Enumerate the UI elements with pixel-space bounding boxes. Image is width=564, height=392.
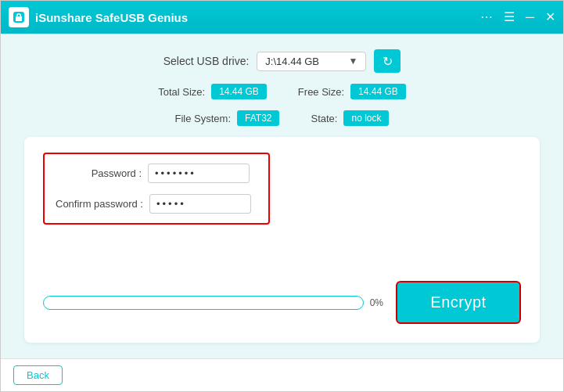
total-size-item: Total Size: 14.44 GB	[158, 84, 267, 99]
confirm-password-input[interactable]	[149, 194, 251, 214]
main-content: Select USB drive: J:\14.44 GB ▼ ↻ Total …	[1, 34, 563, 358]
share-icon[interactable]: ⋯	[480, 11, 493, 23]
usb-select-row: Select USB drive: J:\14.44 GB ▼ ↻	[24, 49, 540, 73]
state-label: State:	[311, 113, 337, 124]
confirm-password-field-row: Confirm password :	[56, 194, 257, 214]
refresh-button[interactable]: ↻	[374, 49, 401, 73]
progress-container: 0%	[43, 296, 383, 310]
state-item: State: no lock	[311, 110, 389, 126]
file-system-badge: FAT32	[237, 110, 279, 126]
progress-bar-background	[43, 296, 364, 310]
drive-info-row: Total Size: 14.44 GB Free Size: 14.44 GB	[24, 84, 540, 99]
menu-icon[interactable]: ☰	[504, 11, 515, 23]
window-controls: ⋯ ☰ ─ ✕	[480, 11, 555, 23]
chevron-down-icon: ▼	[348, 56, 357, 67]
total-size-badge: 14.44 GB	[211, 84, 267, 99]
progress-percent: 0%	[370, 297, 383, 308]
main-card: Password : Confirm password : 0% Encrypt	[24, 137, 540, 343]
app-title: iSunshare SafeUSB Genius	[35, 11, 480, 24]
file-system-label: File System:	[175, 113, 232, 124]
free-size-badge: 14.44 GB	[350, 84, 406, 99]
file-system-item: File System: FAT32	[175, 110, 280, 126]
password-input[interactable]	[148, 164, 250, 183]
confirm-password-label: Confirm password :	[56, 198, 143, 210]
free-size-label: Free Size:	[298, 86, 344, 98]
back-button[interactable]: Back	[13, 365, 63, 385]
total-size-label: Total Size:	[158, 86, 205, 98]
encrypt-button[interactable]: Encrypt	[396, 281, 521, 324]
footer: Back	[1, 358, 563, 391]
app-logo	[9, 7, 29, 27]
main-window: iSunshare SafeUSB Genius ⋯ ☰ ─ ✕ Select …	[0, 0, 564, 392]
action-row: 0% Encrypt	[43, 281, 521, 324]
free-size-item: Free Size: 14.44 GB	[298, 84, 406, 99]
password-section: Password : Confirm password :	[43, 153, 270, 225]
password-label: Password :	[56, 167, 142, 179]
usb-label: Select USB drive:	[163, 55, 250, 67]
usb-drive-value: J:\14.44 GB	[265, 56, 342, 67]
minimize-icon[interactable]: ─	[526, 11, 534, 23]
titlebar: iSunshare SafeUSB Genius ⋯ ☰ ─ ✕	[1, 1, 563, 34]
refresh-icon: ↻	[383, 54, 393, 69]
drive-info-row-2: File System: FAT32 State: no lock	[24, 110, 540, 126]
close-icon[interactable]: ✕	[545, 11, 555, 23]
state-badge: no lock	[343, 110, 389, 126]
password-field-row: Password :	[56, 164, 257, 183]
usb-drive-dropdown[interactable]: J:\14.44 GB ▼	[257, 52, 366, 71]
